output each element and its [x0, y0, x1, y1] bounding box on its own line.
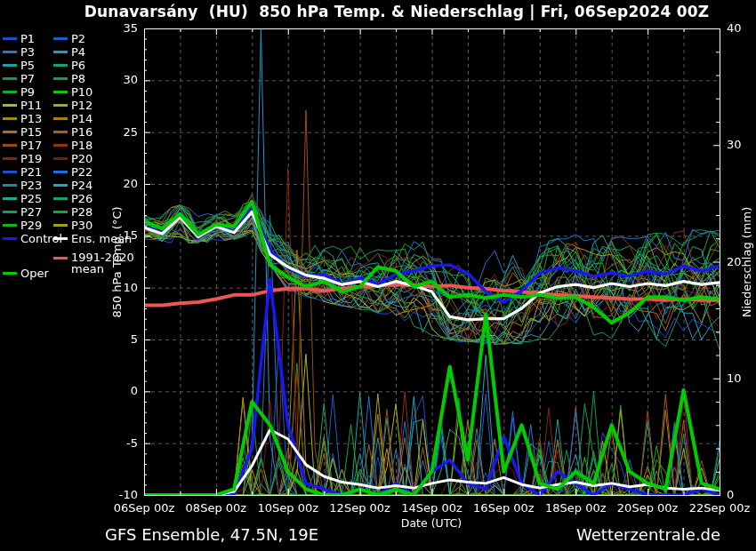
- legend-color-sample: [3, 91, 17, 93]
- legend-member-P24: P24: [53, 179, 92, 191]
- y-tick-label-left: 25: [102, 125, 138, 139]
- legend-label: P20: [71, 153, 92, 164]
- legend-color-sample: [3, 224, 17, 227]
- legend-member-P27: P27: [3, 205, 42, 218]
- legend-member-P28: P28: [53, 205, 92, 218]
- legend-color-sample: [53, 117, 68, 120]
- legend-color-sample: [3, 237, 17, 240]
- legend-member-P5: P5: [3, 59, 35, 71]
- legend-color-sample: [3, 157, 17, 160]
- legend-label: P16: [71, 126, 92, 138]
- x-tick-label: 18Sep 00z: [535, 501, 615, 515]
- x-tick-label: 14Sep 00z: [392, 501, 472, 515]
- page-title: Dunavarsány (HU) 850 hPa Temp. & Nieders…: [0, 3, 756, 20]
- y-tick-label-left: 30: [102, 73, 138, 86]
- x-tick-label: 20Sep 00z: [607, 501, 688, 515]
- legend-member-P8: P8: [53, 72, 85, 84]
- legend-color-sample: [53, 224, 68, 227]
- legend-member-P2: P2: [53, 32, 85, 44]
- legend-color-sample: [3, 117, 17, 120]
- legend-member-P19: P19: [3, 152, 42, 164]
- legend-member-P21: P21: [3, 165, 42, 178]
- x-tick-label: 12Sep 00z: [320, 501, 400, 515]
- legend-member-P26: P26: [53, 192, 92, 204]
- legend-color-sample: [53, 197, 68, 200]
- y-tick-label-right: 10: [727, 371, 756, 385]
- legend-label: P4: [71, 46, 85, 58]
- legend-label: P14: [71, 113, 92, 124]
- legend-member-P20: P20: [53, 152, 92, 164]
- y-tick-label-right: 20: [727, 255, 756, 268]
- legend-member-P10: P10: [53, 85, 92, 98]
- legend-label: P13: [20, 113, 42, 124]
- legend-color-sample: [53, 51, 68, 53]
- y-tick-label-right: 40: [727, 21, 756, 35]
- legend-color-sample: [3, 37, 17, 40]
- legend-label: P24: [71, 180, 92, 191]
- x-axis-title: Date (UTC): [351, 516, 511, 530]
- legend-label: P8: [71, 73, 85, 84]
- legend-color-sample: [53, 131, 68, 133]
- legend-label: P19: [20, 153, 42, 164]
- legend-member-P6: P6: [53, 59, 85, 71]
- legend-label: P29: [20, 220, 42, 231]
- legend-label: P6: [71, 60, 85, 71]
- legend-color-sample: [3, 51, 17, 53]
- legend-member-P9: P9: [3, 85, 35, 98]
- legend-member-P13: P13: [3, 112, 42, 124]
- legend-oper: Oper: [3, 267, 49, 279]
- legend-label: P17: [20, 140, 42, 151]
- legend-color-sample: [3, 197, 17, 200]
- legend-label: P3: [20, 46, 35, 58]
- ensemble-legend: P1P2P3P4P5P6P7P8P9P10P11P12P13P14P15P16P…: [3, 32, 154, 290]
- footer-site-name: Wetterzentrale.de: [576, 525, 720, 544]
- legend-label: P18: [71, 140, 92, 151]
- legend-color-sample: [53, 144, 68, 147]
- legend-label: P1: [20, 33, 35, 44]
- x-tick-label: 10Sep 00z: [248, 501, 328, 515]
- legend-member-P18: P18: [53, 139, 92, 151]
- legend-label: P28: [71, 206, 92, 218]
- legend-color-sample: [3, 144, 17, 147]
- x-tick-label: 06Sep 00z: [104, 501, 184, 515]
- x-tick-label: 08Sep 00z: [176, 501, 256, 515]
- left-axis-title: 850 hPa Temp. (°C): [110, 206, 124, 317]
- legend-color-sample: [53, 171, 68, 173]
- legend-color-sample: [3, 131, 17, 133]
- legend-color-sample: [53, 257, 68, 260]
- y-tick-label-left: 5: [102, 332, 138, 346]
- legend-color-sample: [53, 91, 68, 93]
- legend-label: P23: [20, 180, 42, 191]
- legend-member-P15: P15: [3, 125, 42, 138]
- footer-model-info: GFS Ensemble, 47.5N, 19E: [105, 525, 318, 544]
- legend-member-P1: P1: [3, 32, 35, 44]
- legend-color-sample: [53, 184, 68, 187]
- meteogram-page: Dunavarsány (HU) 850 hPa Temp. & Nieders…: [0, 0, 756, 551]
- legend-label: P10: [71, 86, 92, 98]
- legend-color-sample: [53, 237, 68, 240]
- y-tick-label-left: 15: [102, 228, 138, 242]
- legend-color-sample: [3, 184, 17, 187]
- legend-member-P17: P17: [3, 139, 42, 151]
- legend-label: P12: [71, 100, 92, 111]
- legend-label: P11: [20, 100, 42, 111]
- legend-color-sample: [53, 157, 68, 160]
- legend-member-P12: P12: [53, 99, 92, 111]
- legend-member-P14: P14: [53, 112, 92, 124]
- legend-label: P30: [71, 220, 92, 231]
- legend-color-sample: [3, 211, 17, 213]
- legend-member-P29: P29: [3, 219, 42, 231]
- x-tick-label: 16Sep 00z: [463, 501, 543, 515]
- legend-label: P21: [20, 166, 42, 178]
- legend-label: P22: [71, 166, 92, 178]
- y-tick-label-right: 0: [727, 488, 756, 501]
- legend-member-P16: P16: [53, 125, 92, 138]
- legend-label: P26: [71, 193, 92, 204]
- legend-label: Oper: [20, 268, 49, 279]
- legend-member-P22: P22: [53, 165, 92, 178]
- legend-color-sample: [53, 211, 68, 213]
- legend-label: P2: [71, 33, 85, 44]
- y-tick-label-left: -10: [102, 488, 138, 501]
- legend-label: P15: [20, 126, 42, 138]
- legend-member-P25: P25: [3, 192, 42, 204]
